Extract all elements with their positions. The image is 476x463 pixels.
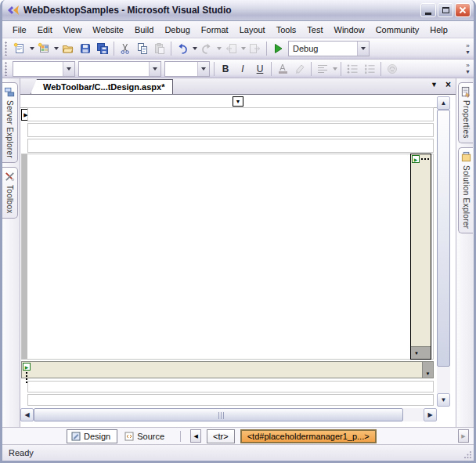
align-left-button[interactable] [314,60,331,77]
maximize-button[interactable] [438,3,453,17]
scroll-up-button[interactable]: ▲ [437,96,450,110]
close-document-icon[interactable]: × [445,81,451,89]
menu-tools[interactable]: Tools [271,23,302,37]
vertical-panel-control[interactable]: ▶ ▼ [410,154,431,360]
undo-button[interactable] [174,41,191,57]
align-dropdown[interactable] [331,60,338,77]
source-view-button[interactable]: Source [121,429,171,443]
redo-button[interactable] [198,41,215,57]
smart-tag-anchor-button[interactable]: ▶ [412,155,420,163]
new-project-dropdown[interactable] [28,41,35,57]
font-name-combo[interactable] [78,61,161,77]
solution-explorer-tab[interactable]: Solution Explorer [458,147,473,233]
document-tab[interactable]: WebToolbar/C...tDesign.aspx* [31,79,173,94]
tag-navigator-td-selected[interactable]: <td#placeholdermanager1_p...> [240,429,377,443]
minimize-button[interactable] [420,3,436,17]
navigate-forward-button[interactable] [247,41,264,57]
menu-debug[interactable]: Debug [159,23,195,37]
table-row[interactable] [27,394,434,406]
content-placeholder-cell[interactable] [21,154,434,360]
scroll-track[interactable] [403,408,424,421]
navigate-backward-icon [225,42,237,55]
menu-test[interactable]: Test [301,23,328,37]
combo-arrow-button[interactable] [63,62,74,76]
scroll-right-button[interactable]: ▶ [424,408,437,421]
start-debugging-button[interactable] [269,41,287,57]
menu-format[interactable]: Format [196,23,234,37]
menu-edit[interactable]: Edit [32,23,58,37]
horizontal-scrollbar[interactable]: ◀ ▶ [20,408,437,421]
menu-layout[interactable]: Layout [234,23,271,37]
design-view-button[interactable]: Design [67,429,117,443]
navigate-backward-button[interactable] [222,41,240,57]
tag-navigator-forward-button[interactable]: ▶ [458,429,469,443]
open-file-button[interactable] [60,41,77,57]
cut-button[interactable] [117,41,134,57]
navigate-backward-dropdown[interactable] [240,41,247,57]
foreground-color-button[interactable]: A [274,60,291,77]
underline-button[interactable]: U [251,60,269,77]
redo-dropdown[interactable] [215,41,222,57]
hyperlink-button[interactable] [384,60,401,77]
menu-window[interactable]: Window [329,23,370,37]
properties-tab[interactable]: Properties [458,82,473,143]
smart-tag-button[interactable]: ▼ [233,96,243,107]
horizontal-bar-dropdown[interactable]: ▼ [422,362,433,378]
vertical-scroll-thumb[interactable] [437,110,450,367]
toolbar-overflow-button[interactable]: » ▾ [463,60,473,77]
menu-help[interactable]: Help [424,23,453,37]
document-tab-bar: WebToolbar/C...tDesign.aspx* ▼ × [20,78,456,95]
add-new-item-button[interactable] [35,41,52,57]
tag-navigator-back-button[interactable]: ◀ [190,429,201,443]
vertical-panel-footer[interactable]: ▼ [411,346,431,359]
menu-community[interactable]: Community [370,23,425,37]
scroll-left-button[interactable]: ◀ [20,408,34,421]
table-row[interactable] [27,381,434,392]
scroll-down-button[interactable]: ▼ [437,393,450,407]
chevron-down-icon [217,47,222,50]
font-size-combo[interactable] [164,61,210,77]
italic-button[interactable]: I [234,60,251,77]
resize-grip-icon[interactable] [463,450,472,459]
numbered-list-button[interactable] [361,60,378,77]
table-row[interactable] [27,107,434,121]
new-project-button[interactable] [11,41,28,57]
solution-configurations-combo[interactable]: Debug [288,41,370,56]
save-all-button[interactable] [94,41,111,57]
toolbar-separator [271,62,272,76]
close-button[interactable] [455,3,471,17]
cut-icon [119,42,132,55]
server-explorer-tab[interactable]: Server Explorer [2,82,18,163]
horizontal-scroll-thumb[interactable] [34,408,403,421]
toolbar-overflow-button[interactable]: » ▾ [463,39,473,58]
toolbox-tab[interactable]: Toolbox [2,167,18,219]
smart-tag-anchor-button[interactable]: ▶ [23,363,31,371]
title-bar[interactable]: WebDesktopSamples - Microsoft Visual Stu… [2,0,474,21]
target-rule-combo[interactable] [13,61,75,77]
active-files-dropdown-icon[interactable]: ▼ [431,81,438,89]
toolbar-drag-grip[interactable] [5,42,9,56]
table-row[interactable] [27,123,434,137]
combo-arrow-button[interactable] [149,62,160,76]
copy-button[interactable] [134,41,151,57]
tag-navigator-tr[interactable]: <tr> [207,429,235,443]
highlight-button[interactable] [291,60,308,77]
menu-view[interactable]: View [58,23,88,37]
toolbar-drag-grip[interactable] [5,62,9,76]
horizontal-bar-control[interactable]: ▶ ▼ [21,361,434,378]
scroll-track[interactable] [437,367,450,393]
bullet-list-button[interactable] [344,60,361,77]
combo-arrow-button[interactable] [197,62,209,76]
menu-build[interactable]: Build [129,23,159,37]
table-row[interactable] [27,139,434,153]
design-surface[interactable]: ▼ ▶ ▶ [20,95,456,427]
combo-arrow-button[interactable] [357,42,369,56]
vertical-scrollbar[interactable]: ▲ ▼ [437,96,450,407]
add-new-item-dropdown[interactable] [52,41,60,57]
undo-dropdown[interactable] [191,41,198,57]
menu-file[interactable]: File [7,23,32,37]
bold-button[interactable]: B [217,60,234,77]
menu-website[interactable]: Website [87,23,129,37]
save-button[interactable] [77,41,94,57]
paste-button[interactable] [151,41,168,57]
